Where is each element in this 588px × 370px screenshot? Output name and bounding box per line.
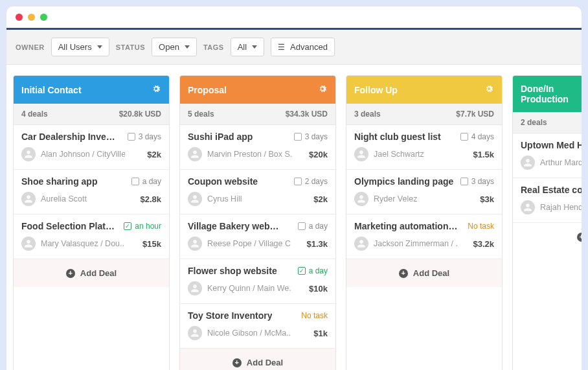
deal-card[interactable]: Marketing automation demoNo taskJackson … — [346, 214, 502, 259]
gear-icon[interactable] — [317, 84, 328, 96]
window-titlebar — [6, 6, 582, 30]
column-title: Done/In Production — [521, 84, 582, 104]
gear-icon[interactable] — [484, 84, 494, 96]
deal-title: Food Selection Platform — [21, 221, 115, 231]
deal-task-status: ✓an hour — [124, 222, 161, 231]
avatar-icon — [21, 237, 36, 251]
plus-circle-icon: + — [66, 269, 75, 278]
deal-value: $15k — [142, 239, 161, 249]
add-deal-button[interactable]: +Add Deal — [346, 259, 502, 287]
status-filter-value: Open — [159, 42, 179, 52]
deal-title: Sushi iPad app — [188, 132, 253, 142]
deal-card[interactable]: Village Bakery websitea dayReese Pope / … — [180, 214, 335, 259]
app-window: OWNER All Users STATUS Open TAGS All ☰ A… — [6, 6, 582, 370]
plus-circle-icon: + — [399, 269, 408, 278]
add-deal-button[interactable]: +Ad — [513, 223, 582, 251]
deal-title: Olympics landing page — [354, 176, 453, 187]
deal-owner: Marvin Preston / Box S... — [188, 147, 291, 161]
deal-card[interactable]: Olympics landing page3 daysRyder Velez$3… — [346, 170, 502, 214]
deal-card[interactable]: Toy Store InventoryNo taskNicole Gibson … — [180, 304, 335, 349]
deal-card[interactable]: Night club guest list4 daysJael Schwartz… — [346, 125, 502, 170]
deal-value: $1k — [313, 329, 328, 338]
deal-value: $2k — [147, 150, 161, 159]
deal-title: Night club guest list — [354, 132, 441, 142]
column-deal-count: 2 deals — [521, 118, 547, 127]
deal-owner-name: Alan Johnson / CityVille.. — [41, 150, 125, 159]
deal-task-status: 3 days — [128, 132, 161, 141]
deal-value: $10k — [309, 284, 328, 294]
checkbox-icon: ✓ — [298, 267, 306, 275]
deal-owner: Mary Valasquez / Dou... — [21, 237, 125, 251]
deal-task-label: 3 days — [139, 132, 161, 141]
status-filter-label: STATUS — [116, 43, 145, 51]
window-close-icon[interactable] — [16, 14, 23, 21]
add-deal-button[interactable]: +Add Deal — [14, 259, 169, 287]
status-filter-select[interactable]: Open — [152, 38, 197, 56]
deal-owner-name: Rajah Hendricks — [540, 203, 582, 212]
advanced-filter-button[interactable]: ☰ Advanced — [271, 38, 335, 56]
window-maximize-icon[interactable] — [40, 14, 47, 21]
chevron-down-icon — [97, 45, 102, 49]
deal-task-status: ✓a day — [298, 266, 328, 275]
avatar-icon — [354, 237, 368, 251]
deal-task-status: a day — [131, 177, 161, 186]
column-summary: 4 deals$20.8k USD — [14, 104, 169, 125]
column-title: Initial Contact — [21, 85, 82, 95]
deal-card[interactable]: Uptown Med HealArthur Marquez — [513, 133, 582, 178]
deal-value: $20k — [309, 150, 328, 159]
deal-value: $2.8k — [140, 194, 161, 204]
deal-card[interactable]: Coupon website2 daysCyrus Hill$2k — [180, 170, 335, 214]
deal-owner-name: Jackson Zimmerman / ... — [374, 239, 458, 248]
chevron-down-icon — [252, 45, 257, 49]
add-deal-button[interactable]: +Add Deal — [180, 349, 335, 370]
deal-title: Village Bakery website — [188, 221, 282, 231]
add-deal-label: Add Deal — [247, 358, 283, 367]
deal-task-label: No task — [301, 311, 328, 320]
deal-task-status: 4 days — [460, 132, 494, 141]
deal-card[interactable]: Real Estate compaRajah Hendricks — [513, 178, 582, 223]
column-header: Follow Up — [346, 76, 502, 104]
deal-value: $1.5k — [473, 150, 494, 159]
deal-title: Flower shop website — [188, 266, 277, 276]
avatar-icon — [188, 147, 202, 161]
deal-task-label: 3 days — [305, 132, 328, 141]
column-summary: 5 deals$34.3k USD — [180, 104, 335, 125]
filter-bar: OWNER All Users STATUS Open TAGS All ☰ A… — [6, 30, 582, 65]
tags-filter-select[interactable]: All — [231, 38, 264, 56]
deal-owner-name: Kerry Quinn / Main We... — [207, 284, 291, 293]
deal-task-label: 3 days — [471, 177, 494, 186]
deal-title: Real Estate compa — [521, 185, 582, 195]
deal-value: $3k — [480, 194, 494, 204]
advanced-filter-label: Advanced — [290, 42, 328, 52]
deal-task-label: No task — [468, 222, 494, 231]
checkbox-icon — [298, 222, 306, 230]
deal-owner-name: Mary Valasquez / Dou... — [41, 239, 125, 248]
deal-card[interactable]: Sushi iPad app3 daysMarvin Preston / Box… — [180, 125, 335, 170]
column-summary: 2 deals — [513, 112, 582, 133]
deal-task-label: 2 days — [305, 177, 328, 186]
gear-icon[interactable] — [151, 84, 161, 96]
deal-owner: Rajah Hendricks — [521, 200, 582, 214]
checkbox-icon: ✓ — [124, 222, 131, 230]
deal-task-status: 3 days — [294, 132, 328, 141]
deal-title: Shoe sharing app — [21, 176, 97, 187]
pipeline-column: Follow Up3 deals$7.7k USDNight club gues… — [346, 75, 503, 370]
window-minimize-icon[interactable] — [28, 14, 35, 21]
pipeline-column: Done/In Production2 dealsUptown Med Heal… — [512, 75, 582, 370]
deal-card[interactable]: Food Selection Platform✓an hourMary Vala… — [14, 214, 169, 259]
avatar-icon — [521, 200, 535, 214]
owner-filter-select[interactable]: All Users — [51, 38, 109, 56]
column-header: Initial Contact — [14, 76, 169, 104]
deal-owner-name: Jael Schwartz — [374, 150, 424, 159]
checkbox-icon — [128, 133, 135, 141]
deal-task-status: a day — [298, 222, 328, 231]
deal-owner: Ryder Velez — [354, 192, 417, 206]
column-deal-count: 4 deals — [21, 110, 48, 119]
column-deal-count: 3 deals — [354, 110, 381, 119]
deal-card[interactable]: Flower shop website✓a dayKerry Quinn / M… — [180, 259, 335, 304]
column-summary: 3 deals$7.7k USD — [346, 104, 502, 125]
deal-card[interactable]: Car Dealership Inventory3 daysAlan Johns… — [14, 125, 169, 170]
deal-card[interactable]: Shoe sharing appa dayAurelia Scott$2.8k — [14, 170, 169, 214]
pipeline-board: Initial Contact4 deals$20.8k USDCar Deal… — [6, 65, 582, 370]
deal-owner: Aurelia Scott — [21, 192, 87, 206]
